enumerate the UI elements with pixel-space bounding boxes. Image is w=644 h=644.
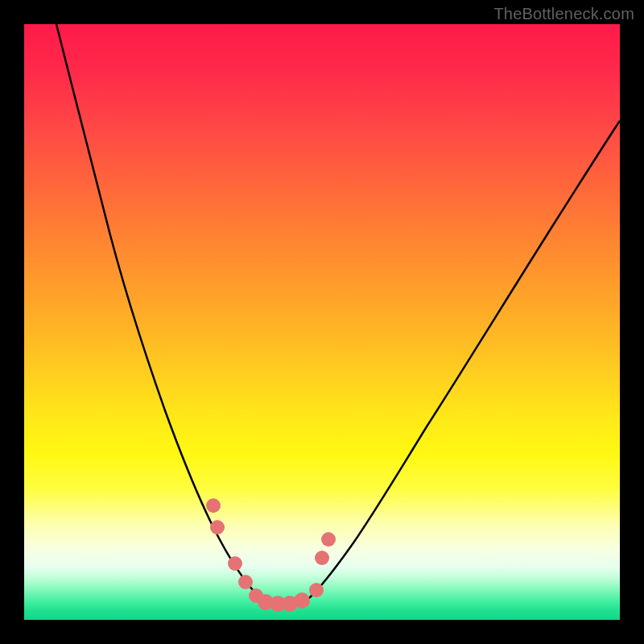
watermark-text: TheBottleneck.com: [493, 5, 634, 23]
plot-area: [24, 24, 620, 620]
marker-point: [210, 520, 225, 535]
chart-svg: [24, 24, 620, 620]
marker-point: [238, 575, 253, 589]
curve-layer: [56, 24, 620, 608]
marker-point: [294, 592, 310, 609]
marker-layer: [206, 498, 336, 612]
bottleneck-curve: [56, 24, 620, 608]
marker-point: [309, 583, 324, 597]
marker-point: [206, 498, 221, 513]
marker-point: [228, 556, 242, 571]
marker-point: [315, 551, 329, 565]
marker-point: [321, 532, 336, 547]
chart-frame: TheBottleneck.com: [0, 0, 644, 644]
